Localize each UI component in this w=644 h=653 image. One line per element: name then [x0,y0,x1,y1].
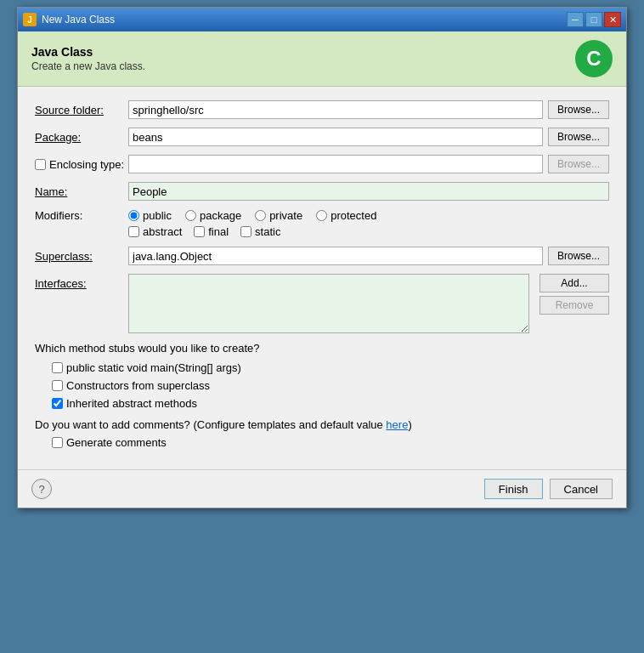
method-stubs-options: public static void main(String[] args) C… [52,361,609,410]
interfaces-controls: Add... Remove [128,274,609,333]
title-bar-controls: ─ □ ✕ [567,12,621,27]
superclass-label: Superclass: [35,250,128,263]
package-input[interactable] [128,128,543,146]
source-folder-label: Source folder: [35,104,128,116]
modifiers-checkbox-group: abstract final static [128,225,609,238]
constructors-checkbox[interactable] [52,380,63,391]
modifiers-row: Modifiers: public package private protec… [35,209,609,222]
header-text: Java Class Create a new Java class. [31,45,145,72]
enclosing-type-row: Enclosing type: Browse... [35,155,609,173]
source-folder-row: Source folder: Browse... [35,100,609,119]
generate-comments-label[interactable]: Generate comments [52,436,609,449]
package-controls: Browse... [128,128,609,146]
abstract-checkbox-label[interactable]: abstract [128,225,182,238]
package-label: Package: [35,131,128,144]
public-radio[interactable] [128,210,139,221]
inherited-abstract-label[interactable]: Inherited abstract methods [52,397,609,410]
superclass-controls: Browse... [128,247,609,265]
new-java-class-dialog: J New Java Class ─ □ ✕ Java Class Create… [17,7,627,508]
enclosing-type-input[interactable] [128,155,543,173]
close-button[interactable]: ✕ [604,12,621,27]
enclosing-type-label: Enclosing type: [49,158,124,171]
enclosing-type-controls: Browse... [128,155,609,173]
private-radio-label[interactable]: private [255,209,302,222]
title-bar-text: New Java Class [42,14,567,26]
header-subtitle: Create a new Java class. [31,60,145,72]
modifiers-radio-group: public package private protected [128,209,376,222]
footer-buttons: Finish Cancel [484,479,613,499]
interfaces-label: Interfaces: [35,277,128,290]
modifiers-label: Modifiers: [35,209,128,222]
interfaces-add-button[interactable]: Add... [539,274,609,292]
abstract-checkbox[interactable] [128,226,139,237]
finish-button[interactable]: Finish [484,479,543,499]
minimize-button[interactable]: ─ [567,12,584,27]
dialog-icon: J [23,13,37,26]
inherited-abstract-checkbox[interactable] [52,398,63,409]
package-radio[interactable] [185,210,196,221]
interfaces-buttons: Add... Remove [539,274,609,315]
interfaces-row: Interfaces: Add... Remove [35,274,609,333]
package-row: Package: Browse... [35,128,609,146]
enclosing-type-browse-button[interactable]: Browse... [548,155,609,173]
protected-radio[interactable] [316,210,327,221]
source-folder-input[interactable] [128,100,543,119]
superclass-browse-button[interactable]: Browse... [548,247,609,265]
source-folder-browse-button[interactable]: Browse... [548,100,609,119]
comments-link[interactable]: here [386,418,408,431]
static-checkbox[interactable] [240,226,251,237]
enclosing-type-checkbox[interactable] [35,159,46,170]
method-stubs-question: Which method stubs would you like to cre… [35,342,609,355]
dialog-header: Java Class Create a new Java class. C [18,31,626,87]
package-browse-button[interactable]: Browse... [548,128,609,146]
interfaces-remove-button[interactable]: Remove [539,296,609,315]
header-title: Java Class [31,45,145,59]
help-button[interactable]: ? [31,479,52,499]
superclass-row: Superclass: Browse... [35,247,609,265]
superclass-input[interactable] [128,247,543,265]
package-radio-label[interactable]: package [185,209,241,222]
comments-section: Do you want to add comments? (Configure … [35,418,609,449]
source-folder-controls: Browse... [128,100,609,119]
name-label: Name: [35,185,128,198]
constructors-label[interactable]: Constructors from superclass [52,379,609,392]
dialog-body: Source folder: Browse... Package: Browse… [18,87,626,463]
private-radio[interactable] [255,210,266,221]
name-row: Name: [35,182,609,201]
name-controls [128,182,609,201]
cancel-button[interactable]: Cancel [550,479,613,499]
comments-question: Do you want to add comments? (Configure … [35,418,609,431]
final-checkbox-label[interactable]: final [194,225,229,238]
generate-comments-checkbox[interactable] [52,437,63,448]
dialog-footer: ? Finish Cancel [18,469,626,508]
main-method-checkbox[interactable] [52,362,63,373]
maximize-button[interactable]: □ [585,12,602,27]
public-radio-label[interactable]: public [128,209,172,222]
name-input[interactable] [128,182,609,201]
protected-radio-label[interactable]: protected [316,209,376,222]
static-checkbox-label[interactable]: static [240,225,280,238]
java-logo: C [575,40,613,77]
title-bar: J New Java Class ─ □ ✕ [18,8,626,31]
interfaces-textarea[interactable] [128,274,529,333]
final-checkbox[interactable] [194,226,205,237]
main-method-label[interactable]: public static void main(String[] args) [52,361,609,374]
